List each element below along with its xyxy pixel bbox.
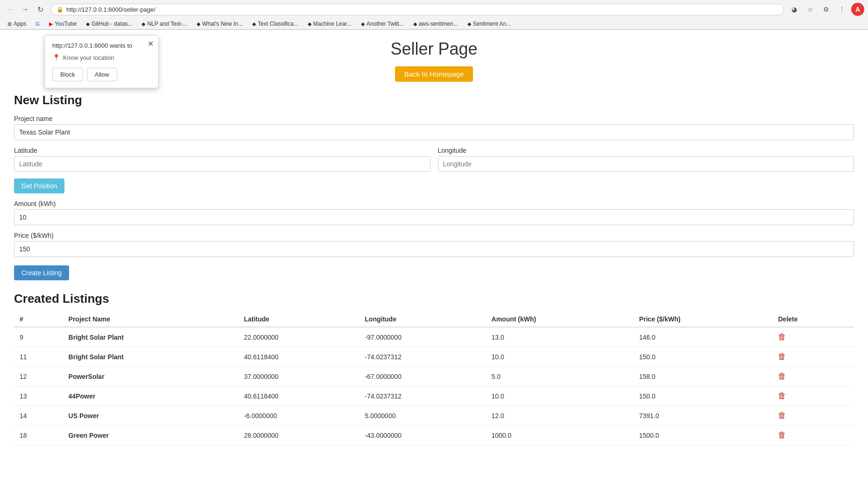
- amount-group: Amount (kWh): [14, 200, 854, 225]
- cell-id: 12: [14, 367, 63, 386]
- table-row: 18 Green Power 28.0000000 -43.0000000 10…: [14, 426, 854, 445]
- longitude-label: Longitude: [438, 147, 854, 154]
- bookmark-g[interactable]: G: [32, 20, 43, 28]
- block-button[interactable]: Block: [52, 68, 83, 81]
- amount-input[interactable]: [14, 209, 854, 225]
- text-class-icon: ◆: [252, 21, 256, 27]
- more-button[interactable]: ⋮: [835, 3, 848, 16]
- bookmark-button[interactable]: ☆: [804, 3, 817, 16]
- delete-row-button[interactable]: 🗑: [778, 391, 786, 401]
- cell-project-name: US Power: [63, 406, 239, 426]
- table-row: 11 Bright Solar Plant 40.6118400 -74.023…: [14, 347, 854, 367]
- address-bar[interactable]: 🔒 http://127.0.0.1:8000/seller-page/: [50, 4, 784, 15]
- table-row: 14 US Power -6.0000000 5.0000000 12.0 73…: [14, 406, 854, 426]
- bookmark-text-classifica[interactable]: ◆ Text Classifica...: [248, 20, 302, 28]
- cell-delete: 🗑: [772, 406, 854, 426]
- bookmark-youtube[interactable]: ▶ YouTube: [45, 20, 80, 28]
- bookmark-aws-label: aws-sentimen...: [419, 21, 458, 27]
- cell-latitude: 28.0000000: [238, 426, 359, 445]
- cell-id: 11: [14, 347, 63, 367]
- delete-row-button[interactable]: 🗑: [778, 332, 786, 342]
- cell-id: 13: [14, 386, 63, 406]
- cell-latitude: 40.6118400: [238, 386, 359, 406]
- longitude-group: Longitude: [438, 147, 854, 172]
- project-name-group: Project name: [14, 115, 854, 140]
- back-nav-button[interactable]: ←: [4, 3, 17, 16]
- delete-row-button[interactable]: 🗑: [778, 352, 786, 362]
- cast-button[interactable]: ◕: [788, 3, 801, 16]
- allow-button[interactable]: Allow: [87, 68, 117, 81]
- cell-delete: 🗑: [772, 327, 854, 347]
- new-listing-title: New Listing: [14, 93, 854, 107]
- amount-label: Amount (kWh): [14, 200, 854, 207]
- popup-close-button[interactable]: ✕: [148, 39, 154, 48]
- popup-title: http://127.0.0.1:8000 wants to: [52, 42, 151, 49]
- bookmark-github[interactable]: ◆ GitHub - datas...: [82, 20, 136, 28]
- cell-longitude: -74.0237312: [359, 386, 486, 406]
- table-row: 12 PowerSolar 37.0000000 -67.0000000 5.0…: [14, 367, 854, 386]
- listings-table: # Project Name Latitude Longitude Amount…: [14, 312, 854, 445]
- browser-actions: ◕ ☆ ⚙ ⋮ A: [788, 3, 864, 16]
- location-popup: ✕ http://127.0.0.1:8000 wants to 📍 Know …: [44, 35, 159, 88]
- profile-button[interactable]: A: [851, 3, 864, 16]
- bookmark-youtube-label: YouTube: [55, 21, 77, 27]
- col-delete: Delete: [772, 312, 854, 327]
- bookmark-github-label: GitHub - datas...: [92, 21, 132, 27]
- cell-longitude: -67.0000000: [359, 367, 486, 386]
- project-name-label: Project name: [14, 115, 854, 122]
- delete-row-button[interactable]: 🗑: [778, 430, 786, 440]
- bookmark-apps[interactable]: ⊞ Apps: [4, 20, 30, 28]
- cell-longitude: 5.0000000: [359, 406, 486, 426]
- price-label: Price ($/kWh): [14, 232, 854, 239]
- bookmark-nlp[interactable]: ◆ NLP and Text-...: [138, 20, 191, 28]
- create-listing-button[interactable]: Create Listing: [14, 265, 69, 280]
- cell-price: 146.0: [634, 327, 773, 347]
- machine-icon: ◆: [308, 21, 311, 27]
- cell-price: 7391.0: [634, 406, 773, 426]
- sentiment-icon: ◆: [467, 21, 471, 27]
- forward-nav-button[interactable]: →: [19, 3, 32, 16]
- price-input[interactable]: [14, 241, 854, 257]
- cell-amount: 5.0: [486, 367, 634, 386]
- url-text: http://127.0.0.1:8000/seller-page/: [66, 6, 155, 13]
- delete-row-button[interactable]: 🗑: [778, 411, 786, 420]
- cell-price: 150.0: [634, 347, 773, 367]
- cell-amount: 10.0: [486, 347, 634, 367]
- col-price: Price ($/kWh): [634, 312, 773, 327]
- get-position-button[interactable]: Get Position: [14, 178, 64, 193]
- bookmark-machine-lear[interactable]: ◆ Machine Lear...: [304, 20, 355, 28]
- apps-icon: ⊞: [7, 21, 12, 27]
- bookmark-apps-label: Apps: [14, 21, 26, 27]
- back-to-homepage-button[interactable]: Back to Homepage: [395, 66, 473, 82]
- latitude-label: Latitude: [14, 147, 430, 154]
- bookmarks-bar: ⊞ Apps G ▶ YouTube ◆ GitHub - datas... ◆…: [0, 19, 868, 29]
- aws-icon: ◆: [413, 21, 417, 27]
- lock-icon: 🔒: [56, 6, 64, 13]
- bookmark-another-twitt[interactable]: ◆ Another Twitt...: [357, 20, 408, 28]
- table-header: # Project Name Latitude Longitude Amount…: [14, 312, 854, 327]
- browser-chrome: ← → ↻ 🔒 http://127.0.0.1:8000/seller-pag…: [0, 0, 868, 30]
- reload-button[interactable]: ↻: [34, 3, 47, 16]
- project-name-input[interactable]: [14, 124, 854, 140]
- cell-latitude: -6.0000000: [238, 406, 359, 426]
- col-longitude: Longitude: [359, 312, 486, 327]
- table-header-row: # Project Name Latitude Longitude Amount…: [14, 312, 854, 327]
- nlp-icon: ◆: [141, 21, 145, 27]
- delete-row-button[interactable]: 🗑: [778, 371, 786, 381]
- popup-location-text: Know your location: [63, 54, 114, 61]
- bookmark-nlp-label: NLP and Text-...: [147, 21, 187, 27]
- popup-buttons: Block Allow: [52, 68, 151, 81]
- bookmark-sentiment[interactable]: ◆ Sentiment An...: [464, 20, 515, 28]
- cell-longitude: -43.0000000: [359, 426, 486, 445]
- cell-project-name: 44Power: [63, 386, 239, 406]
- table-row: 9 Bright Solar Plant 22.0000000 -97.0000…: [14, 327, 854, 347]
- cell-amount: 10.0: [486, 386, 634, 406]
- cell-amount: 13.0: [486, 327, 634, 347]
- latitude-input[interactable]: [14, 156, 430, 172]
- longitude-input[interactable]: [438, 156, 854, 172]
- bookmark-whats-new[interactable]: ◆ What's New In...: [193, 20, 247, 28]
- browser-toolbar: ← → ↻ 🔒 http://127.0.0.1:8000/seller-pag…: [0, 0, 868, 19]
- cell-delete: 🗑: [772, 386, 854, 406]
- bookmark-aws[interactable]: ◆ aws-sentimen...: [409, 20, 462, 28]
- extensions-button[interactable]: ⚙: [819, 3, 833, 16]
